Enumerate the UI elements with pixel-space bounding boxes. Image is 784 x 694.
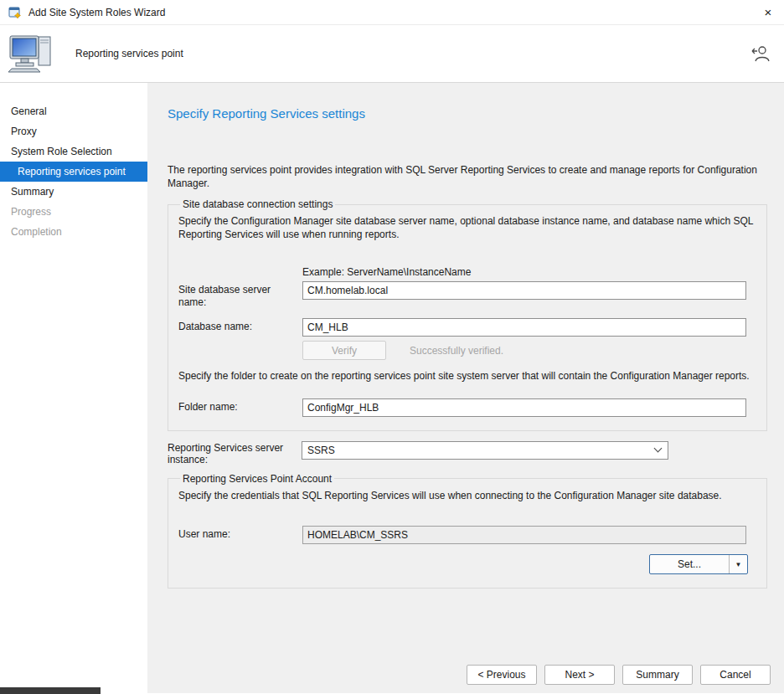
- sidebar-item-general[interactable]: General: [0, 101, 147, 121]
- db-connection-description: Specify the Configuration Manager site d…: [178, 215, 756, 241]
- verify-row: Verify Successfully verified.: [302, 341, 756, 360]
- sidebar-item-system-role-selection[interactable]: System Role Selection: [0, 141, 147, 162]
- database-name-row: Database name:: [178, 318, 756, 337]
- page-title: Reporting services point: [75, 48, 183, 59]
- window-title: Add Site System Roles Wizard: [28, 7, 745, 18]
- server-instance-label: Reporting Services server instance:: [168, 441, 302, 466]
- wizard-icon: [8, 6, 22, 19]
- wizard-footer: < Previous Next > Summary Cancel: [467, 665, 771, 685]
- sidebar-item-progress: Progress: [0, 202, 147, 222]
- close-button[interactable]: ×: [752, 0, 784, 25]
- folder-name-input[interactable]: [302, 398, 746, 417]
- wizard-window: Add Site System Roles Wizard ×: [0, 0, 784, 694]
- wizard-body: General Proxy System Role Selection Repo…: [0, 83, 784, 693]
- database-name-label: Database name:: [178, 318, 302, 337]
- cancel-button[interactable]: Cancel: [700, 665, 771, 685]
- user-name-row: User name:: [178, 526, 756, 544]
- set-account-button[interactable]: Set... ▼: [649, 554, 748, 574]
- sidebar-item-proxy[interactable]: Proxy: [0, 121, 147, 141]
- sidebar-item-reporting-services-point[interactable]: Reporting services point: [0, 162, 147, 182]
- sidebar-item-completion: Completion: [0, 222, 147, 242]
- chevron-down-icon: [654, 445, 663, 453]
- user-role-icon: [750, 44, 771, 63]
- user-name-input: [302, 526, 746, 544]
- computer-icon: [8, 33, 55, 74]
- bottom-corner-strip: [0, 687, 101, 694]
- account-description: Specify the credentials that SQL Reporti…: [178, 490, 756, 503]
- folder-note-text: Specify the folder to create on the repo…: [178, 370, 756, 383]
- db-connection-group-title: Site database connection settings: [180, 198, 335, 210]
- verify-status-text: Successfully verified.: [410, 345, 503, 357]
- server-instance-select[interactable]: SSRS: [302, 441, 668, 460]
- folder-name-label: Folder name:: [178, 398, 302, 417]
- server-instance-row: Reporting Services server instance: SSRS: [168, 441, 767, 466]
- server-name-label: Site database server name:: [178, 281, 302, 308]
- server-name-row: Site database server name:: [178, 281, 756, 308]
- wizard-header: Reporting services point: [0, 25, 784, 83]
- titlebar: Add Site System Roles Wizard ×: [0, 0, 784, 25]
- server-instance-value: SSRS: [307, 445, 655, 456]
- verify-button: Verify: [302, 341, 386, 360]
- server-name-input[interactable]: [302, 281, 746, 300]
- section-heading: Specify Reporting Services settings: [168, 106, 767, 121]
- sidebar-item-summary[interactable]: Summary: [0, 182, 147, 202]
- previous-button[interactable]: < Previous: [467, 665, 537, 685]
- database-name-input[interactable]: [302, 318, 746, 337]
- db-connection-groupbox: Site database connection settings Specif…: [168, 198, 767, 431]
- user-name-label: User name:: [178, 526, 302, 544]
- server-name-example: Example: ServerName\InstanceName: [302, 266, 756, 278]
- set-account-label: Set...: [650, 555, 729, 573]
- account-group-title: Reporting Services Point Account: [180, 473, 334, 485]
- wizard-main-panel: Specify Reporting Services settings The …: [147, 83, 784, 693]
- account-groupbox: Reporting Services Point Account Specify…: [168, 473, 767, 589]
- wizard-steps-sidebar: General Proxy System Role Selection Repo…: [0, 83, 147, 693]
- section-intro-text: The reporting services point provides in…: [168, 164, 767, 190]
- folder-name-row: Folder name:: [178, 398, 756, 417]
- set-dropdown-arrow-icon: ▼: [729, 555, 747, 573]
- summary-button[interactable]: Summary: [622, 665, 693, 685]
- next-button[interactable]: Next >: [544, 665, 615, 685]
- set-account-row: Set... ▼: [178, 554, 748, 574]
